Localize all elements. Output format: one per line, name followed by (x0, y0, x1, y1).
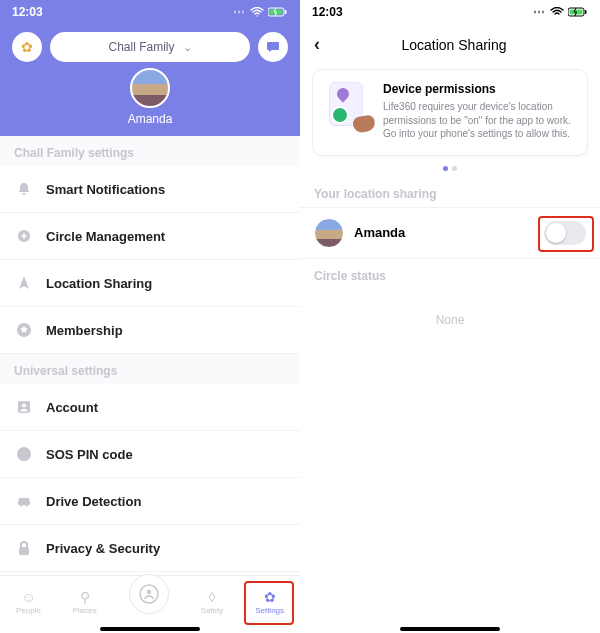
section-your-location-sharing: Your location sharing (300, 177, 600, 207)
svg-rect-2 (285, 10, 287, 14)
settings-screen: 12:03 ⋯ ✿ Chall Family ⌄ (0, 0, 300, 633)
avatar (314, 218, 344, 248)
card-text: Life360 requires your device's location … (383, 100, 575, 141)
section-family-settings: Chall Family settings (0, 136, 300, 166)
status-time: 12:03 (312, 5, 343, 19)
avatar (130, 68, 170, 108)
status-indicators: ⋯ (533, 5, 588, 19)
chat-button[interactable] (258, 32, 288, 62)
circle-name: Chall Family (108, 40, 174, 54)
battery-icon (268, 7, 288, 17)
row-drive-detection[interactable]: Drive Detection (0, 478, 300, 525)
cellular-icon: ⋯ (533, 5, 546, 19)
page-header: ‹ Location Sharing (300, 24, 600, 69)
tab-settings[interactable]: ✿ Settings (255, 589, 284, 615)
star-badge-icon (14, 320, 34, 340)
svg-point-10 (146, 589, 150, 593)
account-icon (14, 397, 34, 417)
chevron-down-icon: ⌄ (183, 41, 192, 54)
svg-point-7 (17, 447, 31, 461)
section-circle-status: Circle status (300, 259, 600, 289)
premium-button[interactable]: ✿ (12, 32, 42, 62)
star-badge-icon: ✿ (21, 39, 33, 55)
places-icon: ⚲ (80, 589, 90, 605)
row-account[interactable]: Account (0, 384, 300, 431)
row-label: SOS PIN code (46, 447, 133, 462)
shield-icon: ◊ (208, 589, 215, 605)
row-label: Circle Management (46, 229, 165, 244)
hero: 12:03 ⋯ ✿ Chall Family ⌄ (0, 0, 300, 136)
svg-point-6 (22, 404, 26, 408)
row-circle-management[interactable]: Circle Management (0, 213, 300, 260)
tab-label: Safety (201, 606, 224, 615)
tab-safety[interactable]: ◊ Safety (201, 589, 224, 615)
home-indicator (0, 627, 300, 633)
user-name: Amanda (354, 225, 405, 240)
tab-people[interactable]: ☺ People (16, 589, 41, 615)
device-permissions-card[interactable]: Device permissions Life360 requires your… (312, 69, 588, 156)
location-sharing-toggle[interactable] (544, 221, 586, 245)
user-sharing-row: Amanda (300, 207, 600, 259)
tab-label: People (16, 606, 41, 615)
settings-list: Chall Family settings Smart Notification… (0, 136, 300, 575)
tab-places[interactable]: ⚲ Places (73, 589, 97, 615)
chat-icon (266, 40, 280, 54)
tab-label: Settings (255, 606, 284, 615)
row-label: Membership (46, 323, 123, 338)
row-label: Smart Notifications (46, 182, 165, 197)
row-membership[interactable]: Membership (0, 307, 300, 354)
pin-code-icon (14, 444, 34, 464)
row-sos-pin[interactable]: SOS PIN code (0, 431, 300, 478)
lock-icon (14, 538, 34, 558)
location-sharing-screen: 12:03 ⋯ ‹ Location Sharing Device perm (300, 0, 600, 633)
wifi-icon (550, 7, 564, 17)
location-arrow-icon (14, 273, 34, 293)
tab-center[interactable] (129, 574, 169, 614)
status-bar: 12:03 ⋯ (0, 0, 300, 24)
circle-selector[interactable]: Chall Family ⌄ (50, 32, 250, 62)
profile[interactable]: Amanda (0, 68, 300, 126)
tab-bar: ☺ People ⚲ Places ◊ Safety ✿ Settings (0, 575, 300, 627)
row-label: Location Sharing (46, 276, 152, 291)
row-privacy-security[interactable]: Privacy & Security (0, 525, 300, 572)
circle-status-value: None (300, 289, 600, 351)
wifi-icon (250, 7, 264, 17)
profile-name: Amanda (128, 112, 173, 126)
circle-plus-icon (14, 226, 34, 246)
row-label: Drive Detection (46, 494, 141, 509)
section-universal-settings: Universal settings (0, 354, 300, 384)
status-bar: 12:03 ⋯ (300, 0, 600, 24)
battery-icon (568, 7, 588, 17)
status-indicators: ⋯ (233, 5, 288, 19)
car-icon (14, 491, 34, 511)
row-location-sharing[interactable]: Location Sharing (0, 260, 300, 307)
svg-rect-8 (19, 547, 29, 555)
people-icon: ☺ (21, 589, 35, 605)
row-smart-notifications[interactable]: Smart Notifications (0, 166, 300, 213)
page-title: Location Sharing (322, 37, 586, 53)
row-label: Privacy & Security (46, 541, 160, 556)
tab-label: Places (73, 606, 97, 615)
svg-rect-13 (585, 10, 587, 14)
card-title: Device permissions (383, 82, 575, 96)
cellular-icon: ⋯ (233, 5, 246, 19)
hand-icon (352, 114, 376, 134)
home-indicator (300, 627, 600, 633)
pager-dots (300, 166, 600, 171)
center-icon (138, 583, 160, 605)
bell-icon (14, 179, 34, 199)
row-label: Account (46, 400, 98, 415)
permissions-illustration (325, 82, 373, 130)
check-icon (331, 106, 349, 124)
gear-icon: ✿ (264, 589, 276, 605)
status-time: 12:03 (12, 5, 43, 19)
